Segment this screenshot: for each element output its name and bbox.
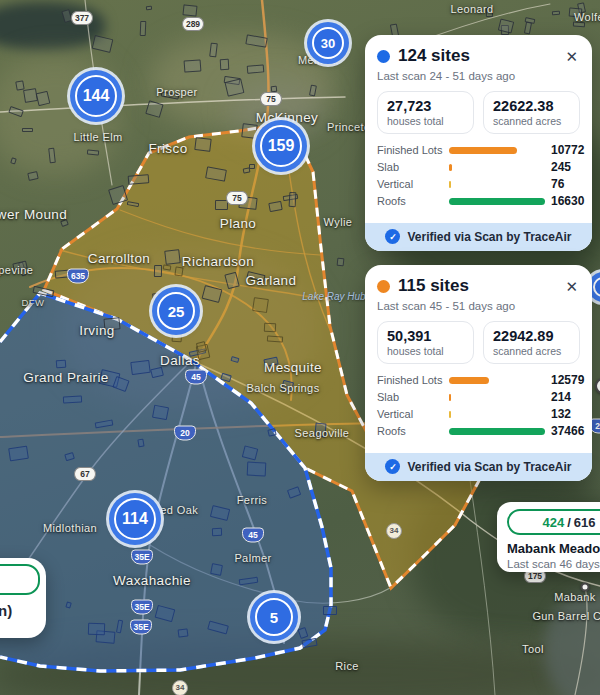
site-card-partial-left[interactable]: n) [0, 558, 46, 638]
bar-row-vertical: Vertical76 [377, 178, 580, 190]
bar-row-slab: Slab245 [377, 161, 580, 173]
houses-total-stat: 50,391 houses total [377, 321, 474, 364]
bar-row-finished-lots: Finished Lots12579 [377, 374, 580, 386]
site-dot-marker[interactable] [581, 583, 590, 592]
bar-fill [449, 147, 517, 154]
bar-value: 16630 [551, 194, 584, 208]
stat-value: 50,391 [387, 328, 464, 344]
bar-fill [449, 181, 451, 188]
verified-check-icon: ✓ [385, 229, 400, 244]
bar-value: 10772 [551, 143, 584, 157]
bar-label: Finished Lots [377, 144, 449, 156]
verified-footer: ✓ Verified via Scan by TraceAir [365, 453, 592, 481]
bar-row-roofs: Roofs16630 [377, 195, 580, 207]
bar-label: Vertical [377, 178, 449, 190]
bar-fill [449, 428, 545, 435]
bar-value: 245 [551, 160, 571, 174]
card-title: 115 sites [398, 276, 555, 296]
stat-value: 22942.89 [493, 328, 570, 344]
cluster-marker-159[interactable]: 159 [260, 125, 302, 167]
lots-total-count: 616 [574, 515, 596, 530]
lots-progress-pill [0, 564, 40, 595]
houses-total-stat: 27,723 houses total [377, 91, 474, 134]
bar-fill [449, 411, 451, 418]
close-icon[interactable]: ✕ [563, 277, 580, 296]
close-icon[interactable]: ✕ [563, 47, 580, 66]
stat-label: scanned acres [493, 345, 570, 357]
cluster-marker-30[interactable]: 30 [312, 27, 344, 59]
sites-summary-card-blue: 124 sites ✕ Last scan 24 - 51 days ago 2… [365, 35, 592, 251]
cluster-marker-114[interactable]: 114 [114, 498, 156, 540]
bar-label: Finished Lots [377, 374, 449, 386]
bar-row-slab: Slab214 [377, 391, 580, 403]
bar-fill [449, 198, 545, 205]
verified-footer: ✓ Verified via Scan by TraceAir [365, 223, 592, 251]
progress-bars: Finished Lots12579Slab214Vertical132Roof… [377, 374, 580, 437]
cluster-marker-144[interactable]: 144 [75, 75, 117, 117]
stat-label: houses total [387, 345, 464, 357]
bar-label: Slab [377, 391, 449, 403]
bar-row-vertical: Vertical132 [377, 408, 580, 420]
bar-row-roofs: Roofs37466 [377, 425, 580, 437]
site-last-scan: Last scan 46 days [507, 558, 600, 570]
stat-label: scanned acres [493, 115, 570, 127]
scanned-acres-stat: 22942.89 scanned acres [483, 321, 580, 364]
site-name-fragment: n) [0, 602, 12, 619]
site-card-mabank[interactable]: 424 / 616 Mabank Meadow Last scan 46 day… [497, 502, 600, 572]
lots-progress-pill: 424 / 616 [507, 509, 600, 535]
cluster-marker-25[interactable]: 25 [157, 292, 195, 330]
verified-check-icon: ✓ [385, 459, 400, 474]
stat-label: houses total [387, 115, 464, 127]
group-color-dot [377, 280, 390, 293]
map-app: LeonardWolfe CityMelissaProsperMcKinneyP… [0, 0, 600, 695]
progress-bars: Finished Lots10772Slab245Vertical76Roofs… [377, 144, 580, 207]
bar-value: 12579 [551, 373, 584, 387]
bar-fill [449, 164, 452, 171]
verified-text: Verified via Scan by TraceAir [407, 460, 571, 474]
scanned-acres-stat: 22622.38 scanned acres [483, 91, 580, 134]
bar-fill [449, 377, 489, 384]
bar-label: Roofs [377, 195, 449, 207]
bar-value: 37466 [551, 424, 584, 438]
bar-row-finished-lots: Finished Lots10772 [377, 144, 580, 156]
bar-value: 214 [551, 390, 571, 404]
bar-label: Vertical [377, 408, 449, 420]
cluster-marker-5[interactable]: 5 [255, 598, 293, 636]
card-title: 124 sites [398, 46, 555, 66]
bar-fill [449, 394, 451, 401]
progress-separator: / [567, 515, 571, 530]
sites-summary-card-orange: 115 sites ✕ Last scan 45 - 51 days ago 5… [365, 265, 592, 481]
site-name: Mabank Meadow [507, 541, 600, 556]
stat-value: 22622.38 [493, 98, 570, 114]
bar-label: Roofs [377, 425, 449, 437]
verified-text: Verified via Scan by TraceAir [407, 230, 571, 244]
lots-complete-count: 424 [542, 515, 564, 530]
bar-value: 132 [551, 407, 571, 421]
group-color-dot [377, 50, 390, 63]
last-scan-text: Last scan 45 - 51 days ago [377, 300, 580, 312]
stat-value: 27,723 [387, 98, 464, 114]
bar-value: 76 [551, 177, 564, 191]
bar-label: Slab [377, 161, 449, 173]
last-scan-text: Last scan 24 - 51 days ago [377, 70, 580, 82]
